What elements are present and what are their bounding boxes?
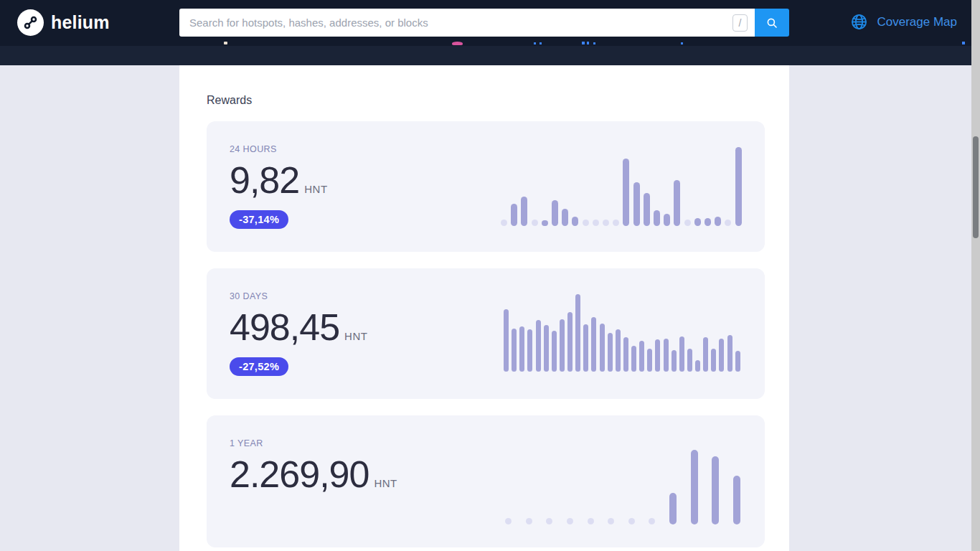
scrollbar-thumb[interactable] (973, 136, 979, 238)
coverage-map-link[interactable]: Coverage Map (850, 13, 957, 31)
reward-unit: HNT (374, 477, 397, 489)
sparkline-chart-1y (505, 450, 740, 524)
search-button[interactable] (755, 9, 789, 37)
search-input[interactable] (179, 9, 755, 37)
change-badge: -37,14% (230, 210, 288, 229)
scrolled-content-strip (0, 46, 980, 65)
clipped-content-fragment (681, 42, 683, 44)
card-info: 30 DAYS 498,45HNT -27,52% (207, 268, 367, 399)
period-label: 1 YEAR (230, 438, 397, 448)
clipped-content-fragment (582, 42, 585, 44)
period-label: 24 HOURS (230, 144, 328, 154)
search-icon (765, 17, 778, 29)
scrollbar-track[interactable] (971, 0, 980, 551)
helium-brand[interactable]: helium (17, 9, 110, 36)
clipped-content-fragment (452, 42, 463, 45)
helium-logo-icon (17, 9, 44, 36)
clipped-content-fragment (593, 42, 595, 44)
slash-shortcut-hint: / (732, 14, 748, 32)
sparkline-chart-30d (504, 294, 740, 372)
reward-value: 498,45 (230, 306, 339, 348)
sparkline-chart-24h (501, 147, 742, 226)
search-bar: / (179, 9, 789, 37)
brand-name: helium (51, 12, 110, 33)
card-info: 1 YEAR 2.269,90HNT (207, 415, 397, 547)
top-navbar: helium / Coverage Map (0, 0, 980, 46)
change-badge: -27,52% (230, 357, 288, 376)
clipped-content-fragment (962, 42, 965, 44)
content-container: Rewards 24 HOURS 9,82HNT -37,14% 30 DAYS… (179, 65, 789, 551)
period-label: 30 DAYS (230, 291, 367, 301)
rewards-card-1y: 1 YEAR 2.269,90HNT (207, 415, 765, 547)
reward-unit: HNT (304, 183, 327, 195)
coverage-map-label: Coverage Map (877, 15, 957, 29)
clipped-content-fragment (224, 42, 227, 44)
reward-value: 2.269,90 (230, 453, 369, 495)
clipped-content-fragment (587, 42, 589, 44)
rewards-card-30d: 30 DAYS 498,45HNT -27,52% (207, 268, 765, 399)
clipped-content-fragment (534, 42, 536, 44)
page-title: Rewards (207, 94, 789, 107)
card-info: 24 HOURS 9,82HNT -37,14% (207, 121, 328, 252)
clipped-content-fragment (540, 42, 542, 44)
reward-value: 9,82 (230, 159, 299, 201)
reward-unit: HNT (344, 330, 367, 342)
globe-icon (850, 13, 868, 31)
rewards-card-24h: 24 HOURS 9,82HNT -37,14% (207, 121, 765, 252)
